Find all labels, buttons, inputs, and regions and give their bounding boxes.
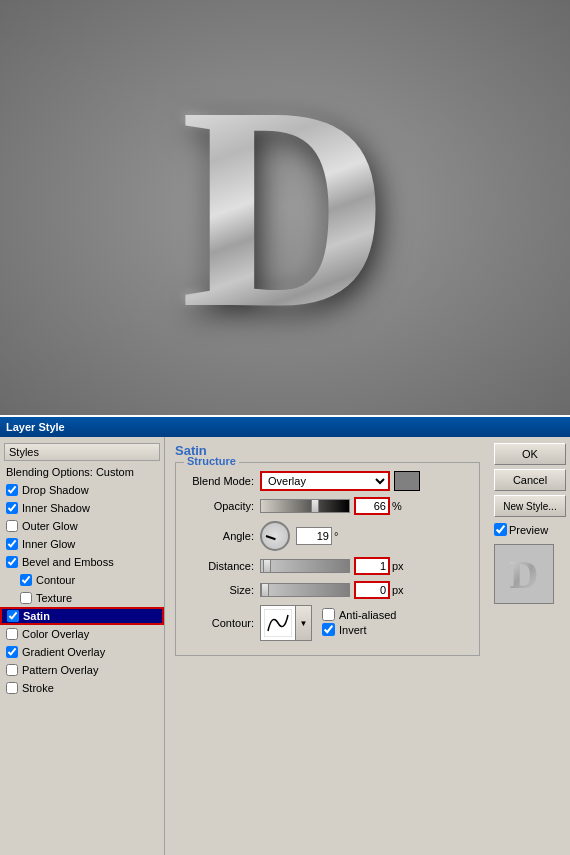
contour-row: Contour: ▼ Anti-aliased	[184, 605, 471, 641]
distance-slider[interactable]	[260, 559, 350, 573]
gradient-overlay-item[interactable]: Gradient Overlay	[0, 643, 164, 661]
ok-button[interactable]: OK	[494, 443, 566, 465]
structure-label: Structure	[184, 455, 239, 467]
bevel-emboss-checkbox[interactable]	[6, 556, 18, 568]
contour-options: Anti-aliased Invert	[322, 608, 396, 638]
outer-glow-checkbox[interactable]	[6, 520, 18, 532]
opacity-row: Opacity: %	[184, 497, 471, 515]
blend-mode-select[interactable]: Overlay Multiply Screen Normal	[260, 471, 390, 491]
size-label: Size:	[184, 584, 254, 596]
preview-thumbnail: D	[494, 544, 554, 604]
blend-mode-label: Blend Mode:	[184, 475, 254, 487]
inner-shadow-checkbox[interactable]	[6, 502, 18, 514]
anti-aliased-label: Anti-aliased	[339, 609, 396, 621]
texture-checkbox[interactable]	[20, 592, 32, 604]
distance-input[interactable]	[354, 557, 390, 575]
styles-header[interactable]: Styles	[4, 443, 160, 461]
opacity-slider[interactable]	[260, 499, 350, 513]
contour-checkbox[interactable]	[20, 574, 32, 586]
blend-color-swatch[interactable]	[394, 471, 420, 491]
preview-letter: D	[510, 551, 539, 598]
drop-shadow-item[interactable]: Drop Shadow	[0, 481, 164, 499]
angle-input[interactable]	[296, 527, 332, 545]
contour-label: Contour:	[184, 617, 254, 629]
preview-label-text: Preview	[509, 524, 548, 536]
button-panel: OK Cancel New Style... Preview D	[490, 437, 570, 855]
canvas-letter: D	[180, 63, 389, 353]
new-style-button[interactable]: New Style...	[494, 495, 566, 517]
angle-needle	[266, 535, 276, 540]
opacity-unit: %	[392, 500, 402, 512]
angle-dial[interactable]	[260, 521, 290, 551]
drop-shadow-checkbox[interactable]	[6, 484, 18, 496]
size-row: Size: px	[184, 581, 471, 599]
contour-curve-icon	[264, 609, 292, 637]
outer-glow-item[interactable]: Outer Glow	[0, 517, 164, 535]
pattern-overlay-checkbox[interactable]	[6, 664, 18, 676]
invert-label: Invert	[339, 624, 367, 636]
satin-checkbox[interactable]	[7, 610, 19, 622]
invert-row: Invert	[322, 623, 396, 636]
angle-label: Angle:	[184, 530, 254, 542]
distance-row: Distance: px	[184, 557, 471, 575]
size-input[interactable]	[354, 581, 390, 599]
contour-item[interactable]: Contour	[0, 571, 164, 589]
contour-preview-button[interactable]	[260, 605, 296, 641]
inner-glow-checkbox[interactable]	[6, 538, 18, 550]
opacity-thumb[interactable]	[311, 499, 319, 513]
inner-shadow-item[interactable]: Inner Shadow	[0, 499, 164, 517]
distance-unit: px	[392, 560, 404, 572]
anti-aliased-row: Anti-aliased	[322, 608, 396, 621]
distance-thumb[interactable]	[263, 559, 271, 573]
inner-glow-item[interactable]: Inner Glow	[0, 535, 164, 553]
gradient-overlay-checkbox[interactable]	[6, 646, 18, 658]
size-thumb[interactable]	[261, 583, 269, 597]
angle-row: Angle: °	[184, 521, 471, 551]
size-slider[interactable]	[260, 583, 350, 597]
invert-checkbox[interactable]	[322, 623, 335, 636]
satin-settings-panel: Satin Structure Blend Mode: Overlay Mult…	[165, 437, 490, 855]
layer-style-dialog: Layer Style Styles Blending Options: Cus…	[0, 415, 570, 855]
color-overlay-item[interactable]: Color Overlay	[0, 625, 164, 643]
preview-checkbox[interactable]	[494, 523, 507, 536]
angle-unit: °	[334, 530, 338, 542]
opacity-input[interactable]	[354, 497, 390, 515]
canvas-preview: D	[0, 0, 570, 415]
texture-item[interactable]: Texture	[0, 589, 164, 607]
stroke-checkbox[interactable]	[6, 682, 18, 694]
blending-options-item[interactable]: Blending Options: Custom	[0, 463, 164, 481]
structure-box: Structure Blend Mode: Overlay Multiply S…	[175, 462, 480, 656]
pattern-overlay-item[interactable]: Pattern Overlay	[0, 661, 164, 679]
anti-aliased-checkbox[interactable]	[322, 608, 335, 621]
satin-item[interactable]: Satin	[0, 607, 164, 625]
blend-mode-row: Blend Mode: Overlay Multiply Screen Norm…	[184, 471, 471, 491]
size-unit: px	[392, 584, 404, 596]
layer-style-panel: Styles Blending Options: Custom Drop Sha…	[0, 437, 165, 855]
bevel-emboss-item[interactable]: Bevel and Emboss	[0, 553, 164, 571]
dialog-titlebar: Layer Style	[0, 417, 570, 437]
color-overlay-checkbox[interactable]	[6, 628, 18, 640]
dialog-title: Layer Style	[6, 421, 65, 433]
preview-row: Preview	[494, 523, 566, 536]
opacity-label: Opacity:	[184, 500, 254, 512]
distance-label: Distance:	[184, 560, 254, 572]
stroke-item[interactable]: Stroke	[0, 679, 164, 697]
cancel-button[interactable]: Cancel	[494, 469, 566, 491]
contour-dropdown-arrow[interactable]: ▼	[296, 605, 312, 641]
